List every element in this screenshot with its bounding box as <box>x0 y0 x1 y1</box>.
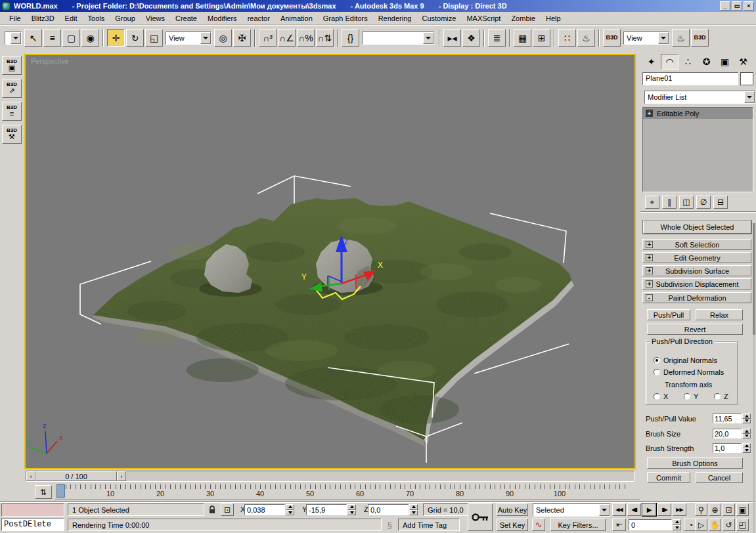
menu-edit[interactable]: Edit <box>60 13 83 24</box>
rollout-subdivision-displacement[interactable]: + Subdivision Displacement <box>642 278 751 289</box>
brush-size-spinner[interactable] <box>742 429 751 438</box>
menu-help[interactable]: Help <box>541 13 566 24</box>
cancel-button[interactable]: Cancel <box>696 472 743 483</box>
brush-options-button[interactable]: Brush Options <box>647 458 743 469</box>
rollout-paint-deformation[interactable]: - Paint Deformation <box>642 292 751 303</box>
mirror-button[interactable]: ▸◂ <box>443 29 461 47</box>
select-and-manipulate-button[interactable]: ✠ <box>233 29 251 47</box>
push-pull-button[interactable]: Push/Pull <box>647 309 690 320</box>
undo-flyout-combo[interactable] <box>5 32 22 45</box>
radio-deformed-normals[interactable]: Deformed Normals <box>654 368 724 376</box>
frame-spinner[interactable] <box>673 519 681 530</box>
field-of-view-button[interactable]: ▷ <box>695 519 707 531</box>
combo-arrow-icon[interactable] <box>744 91 755 103</box>
b3d-render-target-button[interactable]: B3D <box>691 29 709 47</box>
curve-editor-button[interactable]: ▦ <box>514 29 531 47</box>
zoom-extents-button[interactable]: ⊡ <box>723 503 735 516</box>
set-key-button[interactable]: Set Key <box>497 519 528 531</box>
quick-render-button[interactable]: ♨ <box>672 29 690 47</box>
brush-strength-field[interactable]: 1,0 <box>713 443 742 453</box>
coord-z-field[interactable]: 0,0 <box>368 504 409 515</box>
pan-view-button[interactable]: ✋ <box>709 519 721 531</box>
arc-rotate-button[interactable]: ↺ <box>723 519 735 531</box>
time-slider-next[interactable]: › <box>117 471 126 481</box>
coord-x-spinner[interactable] <box>286 504 294 515</box>
align-button[interactable]: ❖ <box>462 29 480 47</box>
layer-manager-button[interactable]: ≣ <box>488 29 506 47</box>
set-keys-button[interactable] <box>468 503 493 531</box>
maxscript-mini-listener[interactable] <box>1 503 64 517</box>
brush-strength-spinner[interactable] <box>742 443 751 453</box>
combo-arrow-icon[interactable] <box>599 504 610 516</box>
coord-x-field[interactable]: 0,038 <box>244 504 285 515</box>
edit-named-selection-sets-button[interactable]: {} <box>342 29 359 47</box>
show-end-result-button[interactable]: ∥ <box>662 196 677 209</box>
menu-blitz3d[interactable]: Blitz3D <box>26 13 60 24</box>
combo-arrow-icon[interactable] <box>11 32 21 44</box>
play-animation-button[interactable]: ▶ <box>642 503 656 516</box>
commit-button[interactable]: Commit <box>647 472 690 483</box>
current-frame-field[interactable]: 0 <box>629 519 672 530</box>
key-mode-toggle[interactable]: ⇤ <box>612 519 626 531</box>
brush-size-field[interactable]: 20,0 <box>713 429 742 438</box>
tab-display[interactable]: ▣ <box>716 54 734 70</box>
schematic-view-button[interactable]: ⊞ <box>533 29 550 47</box>
b3d-tools-button[interactable]: B3D⚒ <box>2 125 22 144</box>
maximize-viewport-toggle-button[interactable]: ◰ <box>736 519 749 531</box>
radio-axis-y[interactable]: Y <box>684 393 698 400</box>
push-pull-value-spinner[interactable] <box>742 414 751 423</box>
expand-icon[interactable]: + <box>646 267 653 274</box>
radio-axis-x[interactable]: X <box>654 393 668 400</box>
object-color-swatch[interactable] <box>740 72 753 85</box>
relax-button[interactable]: Relax <box>696 309 743 320</box>
coord-y-spinner[interactable] <box>347 504 356 515</box>
combo-arrow-icon[interactable] <box>200 32 211 44</box>
menu-animation[interactable]: Animation <box>275 13 318 24</box>
rollout-subdivision-surface[interactable]: + Subdivision Surface <box>642 265 751 276</box>
coord-y-field[interactable]: -15,9 <box>306 504 347 515</box>
menu-views[interactable]: Views <box>141 13 170 24</box>
menu-modifiers[interactable]: Modifiers <box>202 13 242 24</box>
time-slider-track[interactable]: ‹ 0 / 100 › <box>26 471 634 482</box>
make-unique-button[interactable]: ◫ <box>679 196 694 209</box>
panel-scrollbar[interactable] <box>753 223 755 533</box>
rollout-soft-selection[interactable]: + Soft Selection <box>642 239 751 250</box>
maxscript-listener-line[interactable]: PostDElete <box>1 518 64 531</box>
current-frame-marker[interactable] <box>56 484 65 498</box>
menu-file[interactable]: File <box>4 13 26 24</box>
b3d-gile-button[interactable]: B3D <box>603 29 621 47</box>
add-time-tag[interactable]: Add Time Tag <box>398 519 460 531</box>
use-pivot-point-center-button[interactable]: ◎ <box>214 29 232 47</box>
object-name-field[interactable]: Plane01 <box>642 72 738 85</box>
restore-button[interactable]: ▭ <box>732 1 742 11</box>
revert-button[interactable]: Revert <box>647 324 743 335</box>
selection-filter-button[interactable]: ◉ <box>81 29 99 47</box>
b3d-list-button[interactable]: B3D≡ <box>2 102 22 121</box>
selection-set-combo[interactable]: Selected <box>533 503 610 517</box>
menu-reactor[interactable]: reactor <box>242 13 275 24</box>
zoom-all-button[interactable]: ⊕ <box>709 503 721 516</box>
menu-rendering[interactable]: Rendering <box>373 13 417 24</box>
menu-group[interactable]: Group <box>110 13 141 24</box>
default-in-out-tangents-button[interactable]: ∿ <box>532 519 545 531</box>
select-and-rotate-button[interactable]: ↻ <box>126 29 144 47</box>
tab-create[interactable]: ✦ <box>642 54 660 70</box>
configure-modifier-sets-button[interactable]: ⊟ <box>713 196 728 209</box>
collapse-icon[interactable]: - <box>646 294 653 301</box>
spinner-snap-toggle-button[interactable]: ∩⇅ <box>316 29 334 47</box>
key-filters-button[interactable]: Key Filters... <box>550 519 606 531</box>
push-pull-value-field[interactable]: 11,65 <box>713 414 742 423</box>
panel-scroll-thumb[interactable] <box>753 223 755 335</box>
expand-icon[interactable]: + <box>646 254 653 261</box>
menu-graph-editors[interactable]: Graph Editors <box>318 13 373 24</box>
percent-snap-toggle-button[interactable]: ∩% <box>297 29 315 47</box>
close-button[interactable]: × <box>744 1 754 11</box>
snaps-toggle-button[interactable]: ∩³ <box>259 29 277 47</box>
go-to-end-button[interactable]: ▶▶ <box>673 503 686 516</box>
time-slider-handle[interactable]: 0 / 100 <box>35 471 117 481</box>
stack-item-editable-poly[interactable]: + Editable Poly <box>643 108 753 119</box>
select-object-button[interactable]: ↖ <box>24 29 42 47</box>
select-and-move-button[interactable]: ✛ <box>107 29 125 47</box>
tab-hierarchy[interactable]: ∴ <box>679 54 697 70</box>
tab-motion[interactable]: ✪ <box>698 54 715 70</box>
